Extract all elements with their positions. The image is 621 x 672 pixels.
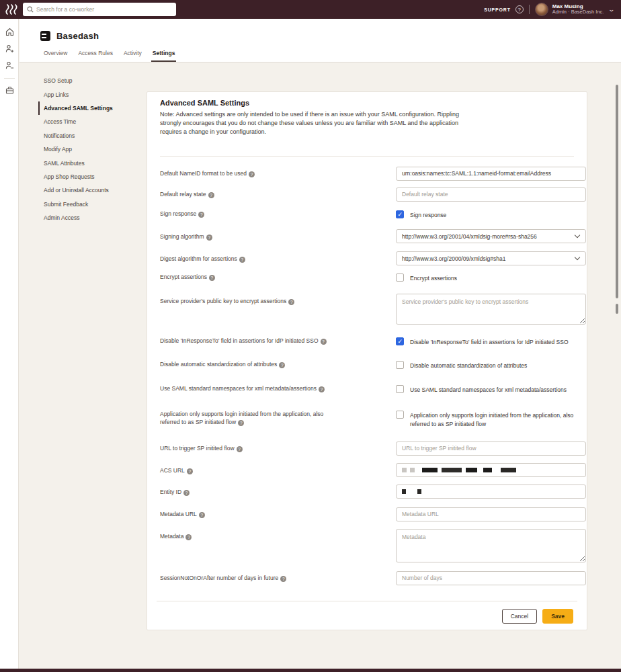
acs-url-input[interactable] xyxy=(396,463,586,477)
relay-state-input[interactable] xyxy=(396,187,586,202)
sp-public-key-textarea[interactable] xyxy=(396,294,586,325)
field-label: Metadata xyxy=(160,533,183,540)
divider xyxy=(160,156,574,157)
topbar-right: SUPPORT ? Max Musing Admin · BaseDash In… xyxy=(484,3,614,16)
topbar: SUPPORT ? Max Musing Admin · BaseDash In… xyxy=(0,0,621,19)
left-icon-rail xyxy=(0,19,19,669)
session-days-input[interactable] xyxy=(396,571,586,585)
scrollbar-thumb[interactable] xyxy=(616,85,618,298)
help-icon[interactable]: ? xyxy=(280,576,286,582)
sidebar-item-modify-app[interactable]: Modify App xyxy=(38,142,144,156)
avatar[interactable] xyxy=(535,3,548,16)
scrollbar-nub[interactable] xyxy=(616,304,618,314)
add-user-icon[interactable] xyxy=(0,43,19,54)
help-icon[interactable]: ? xyxy=(288,299,294,305)
support-link[interactable]: SUPPORT xyxy=(484,7,510,12)
sidebar-item-submit-feedback[interactable]: Submit Feedback xyxy=(38,198,144,211)
field-label: SessionNotOnOrAfter number of days in fu… xyxy=(160,575,278,581)
saml-namespaces-checkbox[interactable] xyxy=(396,385,404,393)
chevron-down-icon xyxy=(575,233,580,238)
tab-settings[interactable]: Settings xyxy=(153,46,175,62)
page-header: Basedash Overview Access Rules Activity … xyxy=(19,19,621,62)
help-icon[interactable]: ? xyxy=(206,235,212,241)
sidebar-item-app-shop-requests[interactable]: App Shop Requests xyxy=(38,170,144,183)
help-icon[interactable]: ? xyxy=(208,192,214,198)
field-label: Entity ID xyxy=(160,489,181,495)
help-icon[interactable]: ? xyxy=(237,446,243,452)
sidebar-item-app-links[interactable]: App Links xyxy=(38,87,144,101)
metadata-textarea[interactable] xyxy=(396,529,586,562)
cancel-button[interactable]: Cancel xyxy=(502,609,537,624)
checkbox-label: Disable automatic standardization of att… xyxy=(410,361,527,370)
save-button[interactable]: Save xyxy=(542,609,573,624)
divider xyxy=(4,78,15,79)
encrypt-assertions-checkbox[interactable] xyxy=(396,274,404,282)
window-bottom-edge xyxy=(0,669,621,672)
nameid-input[interactable] xyxy=(396,167,586,181)
select-value: http://www.w3.org/2001/04/xmldsig-more#r… xyxy=(402,233,575,240)
sidebar-item-add-or-uninstall-accounts[interactable]: Add or Uninstall Accounts xyxy=(38,183,144,197)
tab-activity[interactable]: Activity xyxy=(124,46,142,62)
digest-algorithm-select[interactable]: http://www.w3.org/2000/09/xmldsig#sha1 xyxy=(396,251,586,265)
home-icon[interactable] xyxy=(0,26,19,37)
help-icon[interactable]: ? xyxy=(238,420,244,426)
help-icon[interactable]: ? xyxy=(279,362,285,368)
help-icon[interactable]: ? xyxy=(198,212,204,218)
rippling-logo-icon[interactable] xyxy=(5,4,19,15)
redacted-text-block xyxy=(410,468,415,472)
app-root: SUPPORT ? Max Musing Admin · BaseDash In… xyxy=(0,0,621,672)
sidebar-item-admin-access[interactable]: Admin Access xyxy=(38,211,144,224)
disable-standardization-checkbox[interactable] xyxy=(396,361,404,369)
search-input[interactable] xyxy=(36,6,161,13)
disable-inresponseto-checkbox[interactable] xyxy=(396,337,404,345)
field-label: Metadata URL xyxy=(160,511,197,517)
divider xyxy=(157,601,577,601)
signing-algorithm-select[interactable]: http://www.w3.org/2001/04/xmldsig-more#r… xyxy=(396,229,586,243)
checkbox-label: Encrypt assertions xyxy=(410,274,457,283)
chevron-down-icon[interactable]: ⌄ xyxy=(608,6,616,13)
sp-initiated-only-checkbox[interactable] xyxy=(396,411,404,419)
user-info[interactable]: Max Musing Admin · BaseDash Inc. xyxy=(552,3,604,15)
sidebar-item-sso-setup[interactable]: SSO Setup xyxy=(38,74,144,87)
sign-response-checkbox[interactable] xyxy=(396,210,404,218)
briefcase-icon[interactable] xyxy=(0,85,19,95)
field-label: Default relay state xyxy=(160,191,206,198)
redacted-text-block xyxy=(402,489,406,494)
chevron-down-icon xyxy=(575,255,580,260)
app-title-block: Basedash xyxy=(40,31,99,41)
tab-overview[interactable]: Overview xyxy=(44,46,67,62)
help-icon[interactable]: ? xyxy=(249,171,255,177)
advanced-saml-settings-panel: Advanced SAML Settings Note: Advanced se… xyxy=(147,91,587,630)
sidebar-item-access-time[interactable]: Access Time xyxy=(38,115,144,128)
checkbox-label: Application only supports login initiate… xyxy=(410,411,581,428)
sidebar-item-advanced-saml-settings[interactable]: Advanced SAML Settings xyxy=(38,101,144,115)
tab-access-rules[interactable]: Access Rules xyxy=(78,46,113,62)
sidebar-item-notifications[interactable]: Notifications xyxy=(38,129,144,142)
sp-url-input[interactable] xyxy=(396,442,586,456)
search-icon xyxy=(27,6,34,13)
remove-user-icon[interactable] xyxy=(0,60,19,71)
metadata-url-input[interactable] xyxy=(396,507,586,521)
field-label: Sign response xyxy=(160,210,196,217)
user-role: Admin · BaseDash Inc. xyxy=(552,9,604,15)
basedash-logo-icon xyxy=(40,31,50,41)
help-icon[interactable]: ? xyxy=(319,386,325,392)
redacted-text-block xyxy=(466,468,477,472)
help-icon[interactable]: ? xyxy=(185,534,192,540)
redacted-text-block xyxy=(442,468,462,472)
help-icon[interactable]: ? xyxy=(321,339,327,345)
help-icon[interactable]: ? xyxy=(239,257,245,263)
field-label: ACS URL xyxy=(160,467,185,474)
action-buttons: Cancel Save xyxy=(502,609,573,624)
help-icon[interactable]: ? xyxy=(187,468,193,474)
tab-bar: Overview Access Rules Activity Settings xyxy=(44,46,185,62)
entity-id-input[interactable] xyxy=(396,485,586,499)
help-icon[interactable]: ? xyxy=(209,275,215,281)
help-icon[interactable]: ? xyxy=(199,512,205,518)
redacted-text-block xyxy=(483,468,492,472)
help-icon[interactable]: ? xyxy=(183,490,190,496)
help-circle-icon[interactable]: ? xyxy=(515,5,524,13)
sidebar-item-saml-attributes[interactable]: SAML Attributes xyxy=(38,156,144,169)
field-label: Default NameID format to be used xyxy=(160,170,247,177)
global-search xyxy=(23,3,176,16)
